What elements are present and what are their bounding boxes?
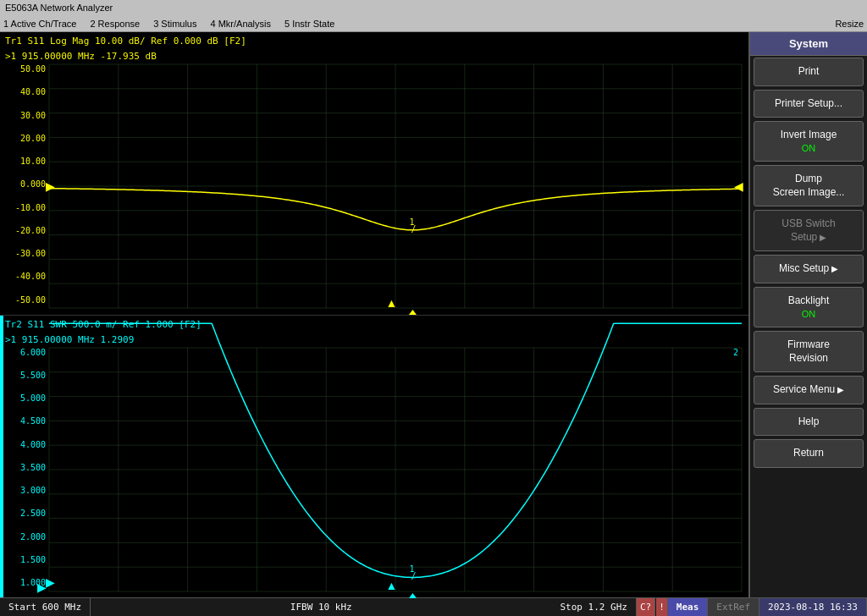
return-button[interactable]: Return <box>754 439 864 468</box>
backlight-button[interactable]: BacklightON <box>754 287 864 327</box>
ifbw: IFBW 10 kHz <box>91 598 551 616</box>
stop-freq: Stop 1.2 GHz <box>551 598 636 616</box>
chart-top-canvas <box>0 32 748 315</box>
resize-button[interactable]: Resize <box>835 19 864 29</box>
bottom-left-marker: ▶ <box>46 575 55 589</box>
main-content: Tr1 S11 Log Mag 10.00 dB/ Ref 0.000 dB [… <box>0 32 867 597</box>
panel-title: System <box>750 32 867 56</box>
status-bar: Start 600 MHz IFBW 10 kHz Stop 1.2 GHz C… <box>0 597 867 616</box>
chart-top: Tr1 S11 Log Mag 10.00 dB/ Ref 0.000 dB [… <box>0 32 748 316</box>
invert-image-status: ON <box>758 142 859 154</box>
c-warn: C? <box>637 598 655 616</box>
chart-bottom: Tr2 S11 SWR 500.0 m/ Ref 1.000 [F2] >1 9… <box>0 316 748 598</box>
chart-area: Tr1 S11 Log Mag 10.00 dB/ Ref 0.000 dB [… <box>0 32 748 597</box>
chart-top-header: Tr1 S11 Log Mag 10.00 dB/ Ref 0.000 dB [… <box>5 36 246 47</box>
chart-top-ylabels: 50.00 40.00 30.00 20.00 10.00 0.000 -10.… <box>2 64 46 305</box>
menu-instr[interactable]: 5 Instr State <box>284 19 334 29</box>
menu-active-ch[interactable]: 1 Active Ch/Trace <box>3 19 76 29</box>
right-panel: System Print Printer Setup... Invert Ima… <box>748 32 867 597</box>
print-button[interactable]: Print <box>754 58 864 86</box>
service-menu-button[interactable]: Service Menu <box>754 376 864 404</box>
start-freq: Start 600 MHz <box>0 598 91 616</box>
chart-top-marker: >1 915.00000 MHz -17.935 dB <box>5 51 157 62</box>
chart-bottom-header: Tr2 S11 SWR 500.0 m/ Ref 1.000 [F2] <box>5 319 202 330</box>
printer-setup-button[interactable]: Printer Setup... <box>754 90 864 118</box>
misc-setup-button[interactable]: Misc Setup <box>754 255 864 283</box>
backlight-status: ON <box>758 308 859 320</box>
top-right-marker: ◀ <box>734 179 743 193</box>
top-left-marker: ▶ <box>46 179 55 193</box>
extref-indicator: ExtRef <box>708 598 759 616</box>
exclaim-warn: ! <box>656 598 668 616</box>
help-button[interactable]: Help <box>754 408 864 437</box>
chart-bottom-ylabels: 6.000 5.500 5.000 4.500 4.000 3.500 3.00… <box>2 348 46 588</box>
invert-image-button[interactable]: Invert ImageON <box>754 121 864 162</box>
top-bottom-marker: ▲ <box>385 296 397 310</box>
menu-response[interactable]: 2 Response <box>90 19 140 29</box>
tr2-label: 2 <box>733 348 738 357</box>
datetime: 2023-08-18 16:33 <box>759 598 867 616</box>
menu-bar: 1 Active Ch/Trace 2 Response 3 Stimulus … <box>0 15 867 32</box>
menu-mkr[interactable]: 4 Mkr/Analysis <box>210 19 271 29</box>
firmware-revision-button[interactable]: FirmwareRevision <box>754 331 864 372</box>
dump-screen-button[interactable]: DumpScreen Image... <box>754 165 864 206</box>
title-text: E5063A Network Analyzer <box>5 3 113 13</box>
menu-stimulus[interactable]: 3 Stimulus <box>153 19 196 29</box>
usb-switch-button: USB SwitchSetup <box>754 210 864 251</box>
title-bar: E5063A Network Analyzer <box>0 0 867 15</box>
meas-indicator[interactable]: Meas <box>668 598 709 616</box>
chart-bottom-canvas <box>0 316 748 598</box>
bottom-bottom-marker: ▲ <box>385 579 397 592</box>
chart-bottom-marker: >1 915.00000 MHz 1.2909 <box>5 334 134 345</box>
